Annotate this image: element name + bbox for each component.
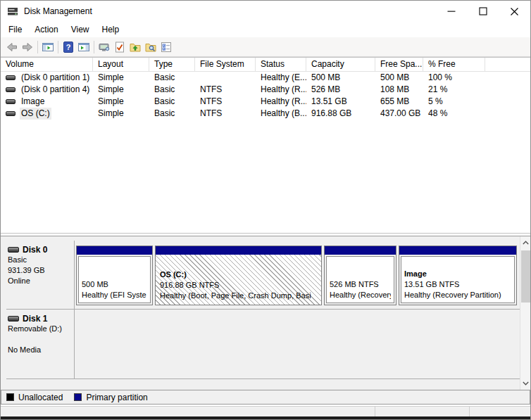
cell-free: 437.00 GB (375, 108, 423, 120)
toolbar-separator (58, 41, 58, 53)
maximize-icon (479, 7, 487, 15)
back-icon[interactable] (4, 39, 20, 55)
menu-action[interactable]: Action (28, 22, 64, 37)
partition-text: OS (C:)916.88 GB NTFSHealthy (Boot, Page… (156, 255, 321, 305)
volume-icon (6, 87, 15, 92)
cell-capacity: 500 MB (306, 72, 375, 84)
menu-file[interactable]: File (2, 22, 28, 37)
close-button[interactable] (499, 1, 530, 22)
cell-status: Healthy (E... (256, 72, 306, 84)
column-header-3[interactable]: File System (195, 58, 256, 71)
toolbar-separator (94, 41, 94, 53)
cell-free: 655 MB (375, 96, 423, 108)
cell-pct: 5 % (423, 96, 485, 108)
vertical-scrollbar[interactable] (520, 236, 530, 390)
partition-body: OS (C:)916.88 GB NTFSHealthy (Boot, Page… (156, 255, 321, 305)
minimize-button[interactable] (435, 1, 467, 22)
disk-name: Disk 1 (23, 314, 47, 324)
table-row[interactable]: (Disk 0 partition 1)SimpleBasicHealthy (… (1, 72, 530, 84)
partition-status: Healthy (EFI Syste (82, 290, 147, 300)
partition-size: 526 MB NTFS (330, 279, 391, 290)
disk-info-line: Online (8, 276, 74, 286)
disk-label-panel[interactable]: Disk 0Basic931.39 GBOnline (6, 241, 75, 309)
cell-type: Basic (149, 108, 195, 120)
disk-info-line: Basic (8, 255, 74, 265)
chevron-down-icon (523, 381, 529, 386)
show-console-tree-icon[interactable] (40, 39, 56, 55)
column-header-7[interactable]: % Free (423, 58, 485, 71)
table-row[interactable]: (Disk 0 partition 4)SimpleBasicNTFSHealt… (1, 84, 530, 96)
legend-label: Unallocated (18, 393, 63, 402)
cell-layout: Simple (93, 96, 149, 108)
cell-status: Healthy (B... (256, 108, 306, 120)
cell-free: 500 MB (375, 72, 423, 84)
computer-properties-icon[interactable] (96, 39, 112, 55)
column-header-1[interactable]: Layout (93, 58, 149, 71)
volume-name: Image (20, 96, 46, 108)
column-header-4[interactable]: Status (256, 58, 306, 71)
window-bottom-edge (1, 416, 530, 419)
column-header-2[interactable]: Type (149, 58, 195, 71)
legend-item: Primary partition (74, 393, 147, 402)
cell-volume: (Disk 0 partition 1) (1, 72, 93, 84)
show-action-pane-icon[interactable] (76, 39, 92, 55)
partition-text: 500 MBHealthy (EFI Syste (78, 256, 151, 303)
cell-volume: (Disk 0 partition 4) (1, 84, 93, 96)
cell-status: Healthy (R... (256, 96, 306, 108)
menu-view[interactable]: View (65, 22, 96, 37)
forward-icon[interactable] (20, 39, 35, 55)
column-header-5[interactable]: Capacity (306, 58, 375, 71)
disk-icon (8, 247, 19, 253)
scrollbar-thumb[interactable] (521, 250, 530, 303)
partition-type-bar (77, 246, 152, 255)
disk-info-line: No Media (8, 345, 74, 355)
disk-label-panel[interactable]: Disk 1Removable (D:)No Media (6, 310, 75, 378)
chevron-up-icon (523, 241, 529, 245)
table-row[interactable]: ImageSimpleBasicNTFSHealthy (R...13.51 G… (1, 96, 530, 108)
partition-text: 526 MB NTFSHealthy (Recovery (326, 256, 394, 303)
scroll-down-button[interactable] (520, 378, 531, 389)
checklist-icon[interactable] (158, 39, 174, 55)
volume-list: VolumeLayoutTypeFile SystemStatusCapacit… (1, 57, 530, 234)
partition-label: Image (404, 269, 511, 279)
partition-body: 526 MB NTFSHealthy (Recovery (325, 255, 396, 305)
column-header-6[interactable]: Free Spa... (375, 58, 423, 71)
partition-region[interactable]: Image13.51 GB NTFSHealthy (Recovery Part… (399, 246, 517, 305)
partition-status: Healthy (Boot, Page File, Crash Dump, Ba… (160, 291, 317, 301)
help-icon[interactable]: ? (61, 39, 76, 55)
folder-search-icon[interactable] (143, 39, 158, 55)
partition-text: Image13.51 GB NTFSHealthy (Recovery Part… (401, 256, 515, 303)
maximize-button[interactable] (467, 1, 499, 22)
disk-info-line: 931.39 GB (8, 265, 74, 276)
graphical-view-pane: Disk 0Basic931.39 GBOnline500 MBHealthy … (1, 236, 530, 390)
partition-status: Healthy (Recovery (330, 290, 391, 300)
scroll-up-button[interactable] (520, 237, 531, 248)
cell-pct: 100 % (423, 72, 485, 84)
cell-capacity: 916.88 GB (306, 108, 375, 120)
cell-type: Basic (149, 96, 195, 108)
partition-size: 916.88 GB NTFS (160, 280, 317, 291)
partition-region[interactable]: 526 MB NTFSHealthy (Recovery (324, 246, 396, 305)
folder-up-icon[interactable] (127, 39, 143, 55)
cell-pct: 21 % (423, 84, 485, 96)
partition-region[interactable]: OS (C:)916.88 GB NTFSHealthy (Boot, Page… (155, 246, 322, 305)
legend-item: Unallocated (6, 393, 63, 402)
partition-strip: 500 MBHealthy (EFI SysteOS (C:)916.88 GB… (76, 246, 518, 305)
table-row[interactable]: OS (C:)SimpleBasicNTFSHealthy (B...916.8… (1, 108, 530, 120)
menu-help[interactable]: Help (96, 22, 126, 37)
disk-management-app-icon (7, 6, 18, 17)
window-title: Disk Management (24, 6, 92, 16)
partition-region[interactable]: 500 MBHealthy (EFI Syste (76, 246, 153, 305)
volume-icon (6, 99, 15, 104)
disk-management-window: Disk Management FileActionViewHelp ? (0, 0, 531, 420)
disk-name-line: Disk 1 (8, 314, 74, 324)
cell-pct: 48 % (423, 108, 485, 120)
check-document-icon[interactable] (112, 39, 127, 55)
column-header-0[interactable]: Volume (1, 58, 93, 71)
toolbar: ? (1, 37, 530, 57)
legend-bar: UnallocatedPrimary partition (1, 390, 530, 405)
cell-layout: Simple (93, 72, 149, 84)
cell-layout: Simple (93, 108, 149, 120)
disk-row-0: Disk 0Basic931.39 GBOnline500 MBHealthy … (6, 241, 520, 310)
disk-info-line (8, 334, 74, 345)
